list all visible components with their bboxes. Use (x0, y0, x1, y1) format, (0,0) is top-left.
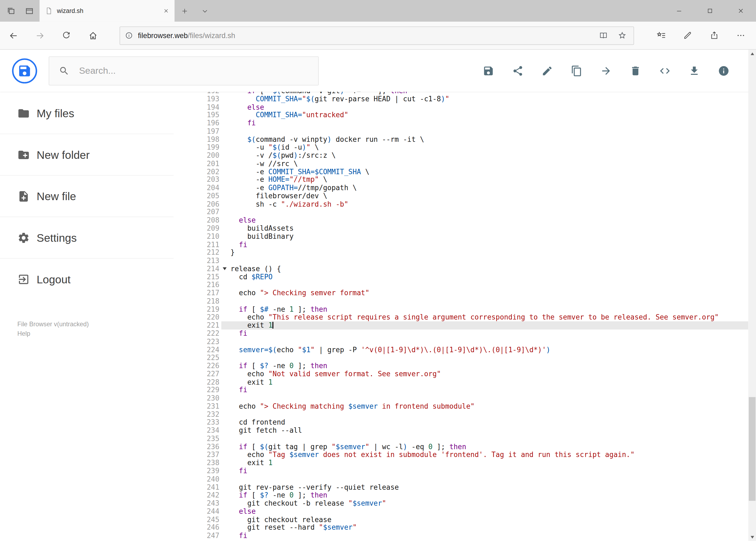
code-line-225[interactable]: 225 (195, 354, 748, 362)
download-button[interactable] (688, 65, 700, 76)
code-line-241[interactable]: 241 git rev-parse --verify --quiet relea… (195, 483, 748, 491)
sidebar-item-logout[interactable]: Logout (0, 259, 195, 300)
code-line-223[interactable]: 223 (195, 337, 748, 346)
code-line-200[interactable]: 200 -v /$(pwd):/src:z \ (195, 152, 748, 160)
code-line-233[interactable]: 233 cd frontend (195, 418, 748, 426)
code-line-197[interactable]: 197 (195, 127, 748, 135)
code-line-247[interactable]: 247 fi (195, 532, 748, 540)
code-line-208[interactable]: 208 else (195, 216, 748, 225)
code-line-202[interactable]: 202 -e COMMIT_SHA=$COMMIT_SHA \ (195, 168, 748, 176)
code-line-199[interactable]: 199 -u "$(id -u)" \ (195, 144, 748, 152)
browser-tab[interactable]: wizard.sh (39, 0, 174, 22)
code-line-246[interactable]: 246 git reset --hard "$semver" (195, 524, 748, 532)
code-line-242[interactable]: 242 if [ $? -ne 0 ]; then (195, 491, 748, 499)
edit-button[interactable] (541, 65, 553, 76)
more-options-icon[interactable] (728, 22, 754, 49)
refresh-button[interactable] (53, 22, 79, 49)
code-line-206[interactable]: 206 sh -c "./wizard.sh -b" (195, 200, 748, 208)
save-button[interactable] (483, 65, 494, 76)
code-line-232[interactable]: 232 (195, 410, 748, 419)
code-line-218[interactable]: 218 (195, 297, 748, 305)
code-line-231[interactable]: 231 echo "> Checking matching $semver in… (195, 402, 748, 410)
code-line-240[interactable]: 240 (195, 475, 748, 483)
scrollbar-thumb[interactable] (749, 397, 755, 501)
code-line-245[interactable]: 245 git checkout release (195, 516, 748, 524)
code-editor[interactable]: 192 if [ "$(command -v git)" != "" ]; th… (195, 92, 748, 541)
code-button[interactable] (659, 65, 671, 76)
share-page-icon[interactable] (701, 22, 727, 49)
code-line-228[interactable]: 228 exit 1 (195, 378, 748, 386)
code-line-201[interactable]: 201 -w //src \ (195, 160, 748, 168)
code-line-227[interactable]: 227 echo "Not valid semver format. See s… (195, 370, 748, 378)
code-line-216[interactable]: 216 (195, 281, 748, 289)
code-line-238[interactable]: 238 exit 1 (195, 459, 748, 467)
code-line-236[interactable]: 236 if [ $(git tag | grep "$semver" | wc… (195, 443, 748, 451)
code-line-237[interactable]: 237 echo "Tag $semver does not exist in … (195, 451, 748, 459)
home-button[interactable] (80, 22, 106, 49)
close-window-button[interactable] (725, 0, 756, 22)
minimize-button[interactable] (663, 0, 694, 22)
tabs-dropdown-icon[interactable] (195, 0, 215, 22)
code-line-203[interactable]: 203 -e HOME="//tmp" \ (195, 176, 748, 184)
code-line-194[interactable]: 194 else (195, 103, 748, 111)
code-line-209[interactable]: 209 buildAssets (195, 225, 748, 233)
code-line-229[interactable]: 229 fi (195, 386, 748, 394)
code-line-204[interactable]: 204 -e GOPATH=//tmp/gopath \ (195, 184, 748, 192)
code-line-224[interactable]: 224 semver=$(echo "$1" | grep -P '^v(0|[… (195, 346, 748, 354)
scroll-down-icon[interactable] (748, 533, 756, 541)
tab-preview-icon[interactable] (25, 6, 34, 15)
favorite-star-icon[interactable] (618, 31, 627, 40)
share-button[interactable] (512, 65, 524, 76)
copy-button[interactable] (571, 65, 583, 76)
tab-close-icon[interactable] (163, 8, 169, 14)
code-line-244[interactable]: 244 else (195, 507, 748, 516)
favorites-hub-icon[interactable] (648, 22, 674, 49)
tabs-set-aside-icon[interactable] (7, 6, 15, 15)
code-line-222[interactable]: 222 fi (195, 329, 748, 337)
new-tab-button[interactable] (175, 0, 195, 22)
code-line-211[interactable]: 211 fi (195, 241, 748, 249)
code-line-219[interactable]: 219 if [ $# -ne 1 ]; then (195, 305, 748, 313)
scroll-up-icon[interactable] (748, 50, 756, 58)
code-line-235[interactable]: 235 (195, 435, 748, 443)
sidebar-item-settings[interactable]: Settings (0, 217, 195, 259)
back-button[interactable] (0, 22, 26, 49)
code-line-230[interactable]: 230 (195, 394, 748, 402)
code-line-207[interactable]: 207 (195, 208, 748, 216)
web-note-pen-icon[interactable] (674, 22, 701, 49)
reading-view-icon[interactable] (599, 31, 608, 40)
site-info-icon[interactable] (125, 31, 133, 39)
code-line-234[interactable]: 234 git fetch --all (195, 426, 748, 435)
code-line-210[interactable]: 210 buildBinary (195, 233, 748, 241)
code-line-220[interactable]: 220 echo "This release script requires a… (195, 313, 748, 321)
code-line-195[interactable]: 195 COMMIT_SHA="untracked" (195, 111, 748, 119)
move-button[interactable] (600, 65, 612, 76)
code-line-213[interactable]: 213 (195, 257, 748, 265)
sidebar-item-new-folder[interactable]: New folder (0, 134, 195, 176)
fold-marker-icon[interactable] (223, 267, 226, 270)
maximize-button[interactable] (694, 0, 725, 22)
search-bar[interactable] (49, 56, 319, 85)
info-button[interactable] (718, 65, 730, 76)
code-line-221[interactable]: 221 exit 1 (195, 321, 748, 329)
sidebar-item-new-file[interactable]: New file (0, 176, 195, 217)
address-bar[interactable]: filebrowser.web/files/wizard.sh (120, 26, 634, 45)
vertical-scrollbar[interactable] (748, 50, 756, 541)
code-line-226[interactable]: 226 if [ $? -ne 0 ]; then (195, 362, 748, 370)
code-line-214[interactable]: 214release () { (195, 265, 748, 273)
filebrowser-logo[interactable] (12, 58, 37, 83)
code-line-198[interactable]: 198 $(command -v winpty) docker run --rm… (195, 135, 748, 144)
code-line-239[interactable]: 239 fi (195, 467, 748, 475)
forward-button[interactable] (26, 22, 53, 49)
code-line-193[interactable]: 193 COMMIT_SHA="$(git rev-parse HEAD | c… (195, 95, 748, 103)
code-line-205[interactable]: 205 filebrowser/dev \ (195, 192, 748, 200)
code-line-243[interactable]: 243 git checkout -b release "$semver" (195, 499, 748, 507)
delete-button[interactable] (630, 65, 641, 76)
code-line-217[interactable]: 217 echo "> Checking semver format" (195, 289, 748, 297)
code-line-215[interactable]: 215 cd $REPO (195, 273, 748, 281)
code-line-192[interactable]: 192 if [ "$(command -v git)" != "" ]; th… (195, 92, 748, 95)
search-input[interactable] (79, 65, 309, 76)
code-line-212[interactable]: 212} (195, 249, 748, 257)
sidebar-item-my-files[interactable]: My files (0, 93, 195, 134)
help-link[interactable]: Help (17, 329, 195, 339)
